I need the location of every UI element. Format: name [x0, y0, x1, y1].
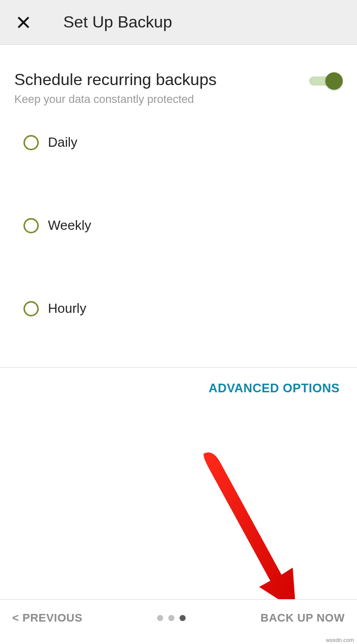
page-dots: [157, 615, 186, 621]
content-area: Schedule recurring backups Keep your dat…: [0, 45, 357, 316]
page-dot: [157, 615, 163, 621]
advanced-options-link[interactable]: ADVANCED OPTIONS: [209, 381, 340, 395]
schedule-subtitle: Keep your data constantly protected: [14, 93, 217, 106]
page-dot-active: [180, 615, 186, 621]
close-icon[interactable]: [12, 11, 35, 34]
schedule-title: Schedule recurring backups: [14, 69, 217, 90]
schedule-text: Schedule recurring backups Keep your dat…: [14, 69, 217, 106]
schedule-toggle[interactable]: [309, 72, 343, 90]
option-daily[interactable]: Daily: [23, 135, 343, 150]
option-label: Hourly: [48, 301, 86, 316]
option-label: Weekly: [48, 218, 91, 233]
app-header: Set Up Backup: [0, 0, 357, 45]
radio-icon: [23, 135, 39, 150]
radio-icon: [23, 301, 39, 316]
option-hourly[interactable]: Hourly: [23, 301, 343, 316]
annotation-arrow-icon: [189, 448, 321, 616]
backup-now-button[interactable]: BACK UP NOW: [261, 611, 345, 625]
schedule-section: Schedule recurring backups Keep your dat…: [14, 69, 343, 106]
page-dot: [168, 615, 174, 621]
option-label: Daily: [48, 135, 78, 150]
advanced-row: ADVANCED OPTIONS: [0, 368, 357, 395]
footer-nav: < PREVIOUS BACK UP NOW: [0, 599, 357, 636]
previous-button[interactable]: < PREVIOUS: [12, 611, 83, 625]
radio-icon: [23, 218, 39, 233]
page-title: Set Up Backup: [63, 13, 172, 32]
watermark: wsxdn.com: [326, 637, 354, 643]
frequency-options: Daily Weekly Hourly: [14, 135, 343, 316]
toggle-thumb: [325, 72, 343, 90]
option-weekly[interactable]: Weekly: [23, 218, 343, 233]
